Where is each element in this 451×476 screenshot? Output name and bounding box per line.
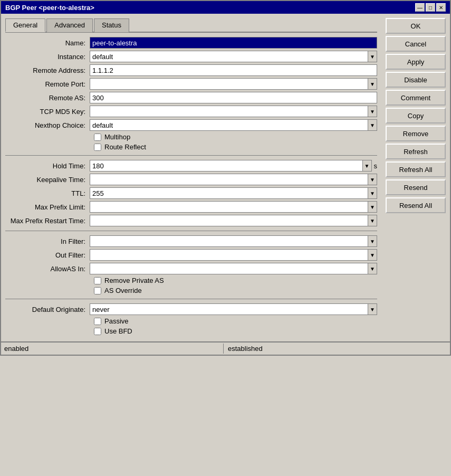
nexthop-input[interactable] [90,119,368,131]
use-bfd-row: Use BFD [94,327,377,335]
resend-all-button[interactable]: Resend All [386,197,446,213]
right-panel: OK Cancel Apply Disable Comment Copy Rem… [381,14,450,341]
apply-button[interactable]: Apply [386,54,446,70]
keepalive-dropdown-btn[interactable]: ▼ [368,174,377,185]
remove-button[interactable]: Remove [386,126,446,141]
tcp-md5-dropdown-btn[interactable]: ▼ [368,106,377,117]
ok-button[interactable]: OK [386,18,446,34]
multihop-checkbox[interactable] [94,134,101,141]
name-input[interactable] [90,37,377,49]
keepalive-label: Keepalive Time: [5,176,90,184]
multihop-row: Multihop [94,133,377,141]
instance-input[interactable] [90,51,368,62]
instance-combo: ▼ [90,51,377,62]
remote-address-label: Remote Address: [5,66,90,74]
as-override-checkbox[interactable] [94,287,101,294]
tcp-md5-input[interactable] [90,106,368,117]
remote-port-row: Remote Port: ▼ [5,78,377,90]
passive-row: Passive [94,317,377,325]
max-prefix-limit-dropdown-btn[interactable]: ▼ [368,201,377,213]
default-originate-dropdown-btn[interactable]: ▼ [368,303,377,315]
tabs: General Advanced Status [5,18,377,33]
status-right: established [223,344,447,354]
default-originate-input[interactable] [90,303,368,315]
minimize-button[interactable]: — [415,3,425,12]
allow-as-combo: ▼ [90,263,377,274]
multihop-label: Multihop [104,133,130,141]
max-prefix-restart-dropdown-btn[interactable]: ▼ [368,215,377,226]
keepalive-row: Keepalive Time: ▼ [5,174,377,185]
remote-as-label: Remote AS: [5,94,90,102]
out-filter-input[interactable] [90,249,368,261]
keepalive-input[interactable] [90,174,368,185]
ttl-dropdown-btn[interactable]: ▼ [368,187,377,199]
max-prefix-restart-label: Max Prefix Restart Time: [5,217,90,225]
hold-time-dropdown-btn[interactable]: ▼ [362,160,372,172]
keepalive-combo: ▼ [90,174,377,185]
remote-address-input[interactable] [90,64,377,76]
as-override-row: AS Override [94,287,377,294]
nexthop-dropdown-btn[interactable]: ▼ [368,119,377,131]
left-panel: General Advanced Status Name: Instance: … [1,14,381,341]
status-bar: enabled established [1,341,450,355]
instance-label: Instance: [5,53,90,61]
default-originate-row: Default Originate: ▼ [5,303,377,315]
tab-advanced[interactable]: Advanced [46,18,93,32]
allow-as-dropdown-btn[interactable]: ▼ [368,263,377,274]
copy-button[interactable]: Copy [386,108,446,123]
refresh-all-button[interactable]: Refresh All [386,161,446,177]
remote-as-row: Remote AS: [5,92,377,103]
instance-dropdown-btn[interactable]: ▼ [368,51,377,62]
remove-private-as-checkbox[interactable] [94,277,101,284]
allow-as-row: AllowAS In: ▼ [5,263,377,274]
title-bar-buttons: — □ ✕ [415,3,446,12]
max-prefix-restart-input[interactable] [90,215,368,226]
resend-button[interactable]: Resend [386,179,446,195]
remote-port-input[interactable] [90,78,368,90]
max-prefix-limit-input[interactable] [90,201,368,213]
nexthop-row: Nexthop Choice: ▼ [5,119,377,131]
maximize-button[interactable]: □ [426,3,435,12]
hold-time-row: Hold Time: ▼ s [5,160,377,172]
in-filter-input[interactable] [90,235,368,247]
ttl-row: TTL: ▼ [5,187,377,199]
close-button[interactable]: ✕ [436,3,446,12]
in-filter-dropdown-btn[interactable]: ▼ [368,235,377,247]
tcp-md5-combo: ▼ [90,106,377,117]
cancel-button[interactable]: Cancel [386,36,446,52]
remote-address-row: Remote Address: [5,64,377,76]
out-filter-row: Out Filter: ▼ [5,249,377,261]
hold-time-combo: ▼ [90,160,372,172]
remote-as-input[interactable] [90,92,377,103]
hold-time-input[interactable] [90,160,362,172]
out-filter-dropdown-btn[interactable]: ▼ [368,249,377,261]
allow-as-input[interactable] [90,263,368,274]
ttl-input[interactable] [90,187,368,199]
default-originate-combo: ▼ [90,303,377,315]
tab-general[interactable]: General [5,18,45,32]
route-reflect-checkbox[interactable] [94,144,101,151]
ttl-label: TTL: [5,189,90,197]
allow-as-label: AllowAS In: [5,265,90,273]
max-prefix-limit-combo: ▼ [90,201,377,213]
in-filter-row: In Filter: ▼ [5,235,377,247]
max-prefix-restart-row: Max Prefix Restart Time: ▼ [5,215,377,226]
passive-label: Passive [104,317,129,325]
refresh-button[interactable]: Refresh [386,144,446,159]
remote-port-dropdown-btn[interactable]: ▼ [368,78,377,90]
nexthop-combo: ▼ [90,119,377,131]
instance-row: Instance: ▼ [5,51,377,62]
name-row: Name: [5,37,377,49]
use-bfd-checkbox[interactable] [94,328,101,335]
passive-checkbox[interactable] [94,318,101,325]
status-left: enabled [4,344,223,354]
tab-status[interactable]: Status [94,18,129,32]
hold-time-suffix: s [374,162,378,170]
remote-port-label: Remote Port: [5,80,90,88]
disable-button[interactable]: Disable [386,72,446,88]
comment-button[interactable]: Comment [386,90,446,106]
out-filter-label: Out Filter: [5,251,90,259]
route-reflect-label: Route Reflect [104,143,146,151]
title-bar: BGP Peer <peer-to-alestra> — □ ✕ [1,1,450,14]
remove-private-as-label: Remove Private AS [104,277,164,284]
